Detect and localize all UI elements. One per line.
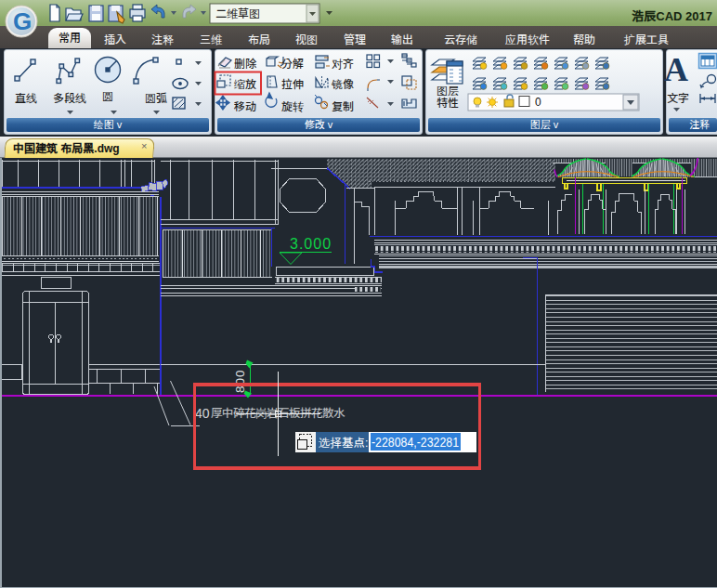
svg-text:二维草图: 二维草图 bbox=[215, 7, 260, 20]
svg-text:-228084,-232281: -228084,-232281 bbox=[372, 435, 459, 450]
svg-text:3.000: 3.000 bbox=[290, 236, 332, 252]
svg-text:40: 40 bbox=[195, 406, 210, 421]
svg-text:选择基点:: 选择基点: bbox=[319, 437, 368, 450]
svg-text:800: 800 bbox=[233, 369, 247, 393]
svg-text:0: 0 bbox=[535, 96, 541, 109]
svg-text:A: A bbox=[664, 51, 688, 88]
svg-text:G: G bbox=[13, 7, 32, 35]
